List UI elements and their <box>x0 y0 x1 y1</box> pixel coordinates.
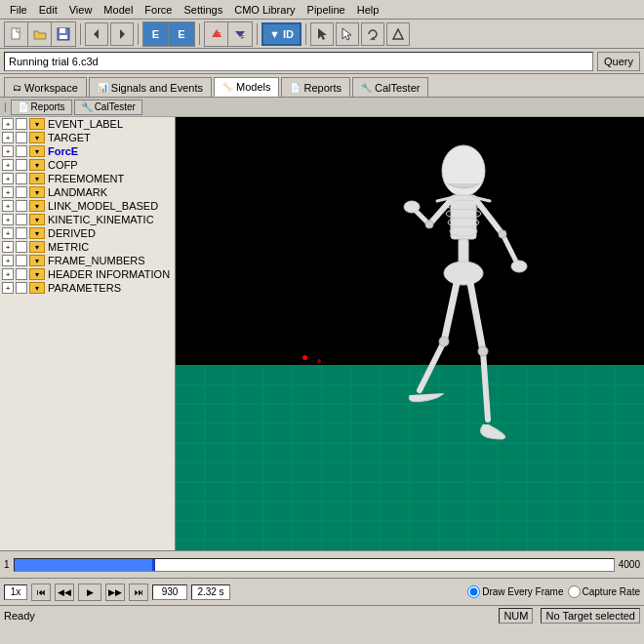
tree-item-force[interactable]: + ▾ ForcE <box>0 144 175 158</box>
select-tool[interactable] <box>310 22 334 46</box>
checkbox-metric[interactable] <box>16 241 27 253</box>
draw-every-frame-radio[interactable] <box>467 585 480 598</box>
rotate-tool[interactable] <box>361 22 384 46</box>
expand-freemoment[interactable]: + <box>2 173 14 184</box>
svg-point-55 <box>425 221 433 228</box>
expand-frame-numbers[interactable]: + <box>2 255 14 266</box>
go-start-button[interactable]: ⏮ <box>31 584 51 601</box>
menu-pipeline[interactable]: Pipeline <box>302 2 351 18</box>
tree-item-derived[interactable]: + ▾ DERIVED <box>0 226 175 240</box>
expand-metric[interactable]: + <box>2 241 14 253</box>
down-arrow-button[interactable]: F <box>228 22 252 46</box>
save-button[interactable] <box>52 22 75 46</box>
checkbox-derived[interactable] <box>16 227 27 239</box>
draw-every-frame-label[interactable]: Draw Every Frame <box>467 585 563 598</box>
checkbox-parameters[interactable] <box>16 282 27 294</box>
checkbox-landmark[interactable] <box>16 186 27 198</box>
sub-tab-caltester-1[interactable]: 🔧 CalTester <box>74 100 142 115</box>
tab-models[interactable]: 🦴 Models <box>214 77 279 97</box>
tree-item-event-label[interactable]: + ▾ EVENT_LABEL <box>0 117 175 131</box>
up-arrow-button[interactable]: F <box>205 22 228 46</box>
label-freemoment: FREEMOMENT <box>48 173 124 184</box>
checkbox-force[interactable] <box>16 145 27 157</box>
expand-header-info[interactable]: + <box>2 268 14 280</box>
query-button[interactable]: Query <box>597 52 640 71</box>
timeline-track[interactable] <box>14 558 615 572</box>
checkbox-header-info[interactable] <box>16 268 27 280</box>
step-forward-button[interactable]: ▶▶ <box>105 584 125 601</box>
label-header-info: HEADER INFORMATION <box>48 268 170 280</box>
timeline-handle[interactable] <box>152 559 155 571</box>
go-end-button[interactable]: ⏭ <box>129 584 148 601</box>
reports-icon-1: 📄 <box>18 101 29 112</box>
expand-derived[interactable]: + <box>2 227 14 239</box>
folder-header-info: ▾ <box>29 268 45 280</box>
label-link-model: LINK_MODEL_BASED <box>48 200 158 212</box>
expand-cofp[interactable]: + <box>2 159 14 171</box>
menu-edit[interactable]: Edit <box>33 2 63 18</box>
menu-cmo-library[interactable]: CMO Library <box>228 2 301 18</box>
expand-link-model[interactable]: + <box>2 200 14 212</box>
label-force: ForcE <box>48 145 78 157</box>
tree-item-metric[interactable]: + ▾ METRIC <box>0 240 175 254</box>
step-back-button[interactable]: ◀◀ <box>55 584 74 601</box>
checkbox-event-label[interactable] <box>16 118 27 130</box>
address-input[interactable] <box>4 52 593 71</box>
tab-workspace[interactable]: 🗂 Workspace <box>4 77 87 97</box>
tab-caltester-label: CalTester <box>375 82 420 94</box>
event2-button[interactable]: E <box>169 22 194 46</box>
zoom-tool[interactable] <box>386 22 410 46</box>
tree-item-frame-numbers[interactable]: + ▾ FRAME_NUMBERS <box>0 254 175 267</box>
menu-help[interactable]: Help <box>351 2 385 18</box>
expand-landmark[interactable]: + <box>2 186 14 198</box>
tab-signals[interactable]: 📊 Signals and Events <box>89 77 212 97</box>
folder-parameters: ▾ <box>29 282 45 294</box>
capture-rate-radio[interactable] <box>568 585 581 598</box>
checkbox-freemoment[interactable] <box>16 173 27 184</box>
event-button[interactable]: E <box>143 22 169 46</box>
tree-item-cofp[interactable]: + ▾ COFP <box>0 158 175 172</box>
expand-parameters[interactable]: + <box>2 282 14 294</box>
label-kinetic: KINETIC_KINEMATIC <box>48 214 154 225</box>
menu-settings[interactable]: Settings <box>178 2 228 18</box>
checkbox-cofp[interactable] <box>16 159 27 171</box>
id-button[interactable]: ▼ ID <box>262 22 302 46</box>
menu-force[interactable]: Force <box>139 2 178 18</box>
expand-force[interactable]: + <box>2 145 14 157</box>
expand-event-label[interactable]: + <box>2 118 14 130</box>
tree-item-freemoment[interactable]: + ▾ FREEMOMENT <box>0 172 175 185</box>
tab-reports[interactable]: 📄 Reports <box>281 77 350 97</box>
speed-display: 1x <box>4 584 27 600</box>
svg-line-43 <box>429 200 451 224</box>
open-button[interactable] <box>28 22 52 46</box>
menu-file[interactable]: File <box>4 2 33 18</box>
play-button[interactable]: ▶ <box>78 584 101 601</box>
tree-item-link-model[interactable]: + ▾ LINK_MODEL_BASED <box>0 199 175 213</box>
forward-button[interactable] <box>110 22 134 46</box>
tree-item-parameters[interactable]: + ▾ PARAMETERS <box>0 281 175 295</box>
capture-rate-label[interactable]: Capture Rate <box>568 585 640 598</box>
svg-rect-0 <box>12 28 20 39</box>
tree-item-kinetic[interactable]: + ▾ KINETIC_KINEMATIC <box>0 213 175 226</box>
3d-viewport[interactable] <box>176 117 644 550</box>
controls-bar: 1x ⏮ ◀◀ ▶ ▶▶ ⏭ 930 2.32 s Draw Every Fra… <box>0 578 644 605</box>
menu-view[interactable]: View <box>63 2 99 18</box>
checkbox-link-model[interactable] <box>16 200 27 212</box>
tree-item-header-info[interactable]: + ▾ HEADER INFORMATION <box>0 267 175 281</box>
expand-kinetic[interactable]: + <box>2 214 14 225</box>
sub-tab-reports-1[interactable]: 📄 Reports <box>11 100 72 115</box>
back-button[interactable] <box>85 22 108 46</box>
checkbox-target[interactable] <box>16 132 27 143</box>
expand-target[interactable]: + <box>2 132 14 143</box>
tree-item-target[interactable]: + ▾ TARGET <box>0 131 175 144</box>
menu-model[interactable]: Model <box>98 2 139 18</box>
svg-rect-3 <box>60 35 67 39</box>
tab-caltester[interactable]: 🔧 CalTester <box>352 77 428 97</box>
sep3 <box>199 23 200 45</box>
new-button[interactable] <box>5 22 28 46</box>
checkbox-frame-numbers[interactable] <box>16 255 27 266</box>
move-tool[interactable] <box>336 22 359 46</box>
svg-point-42 <box>444 262 483 285</box>
checkbox-kinetic[interactable] <box>16 214 27 225</box>
tree-item-landmark[interactable]: + ▾ LANDMARK <box>0 185 175 199</box>
